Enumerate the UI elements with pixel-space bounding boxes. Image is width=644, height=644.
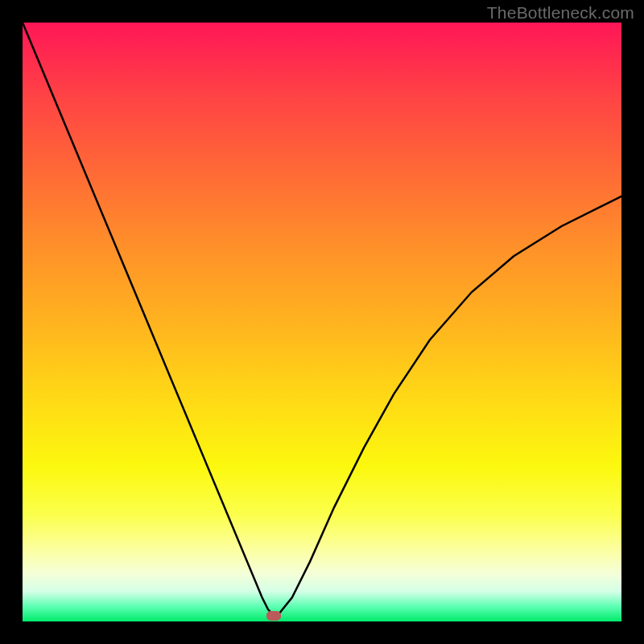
- plot-area: [23, 23, 621, 621]
- curve-path: [23, 23, 621, 616]
- minimum-marker: [266, 611, 281, 621]
- watermark-text: TheBottleneck.com: [487, 3, 634, 23]
- chart-container: TheBottleneck.com: [0, 0, 644, 644]
- curve-svg: [23, 23, 621, 621]
